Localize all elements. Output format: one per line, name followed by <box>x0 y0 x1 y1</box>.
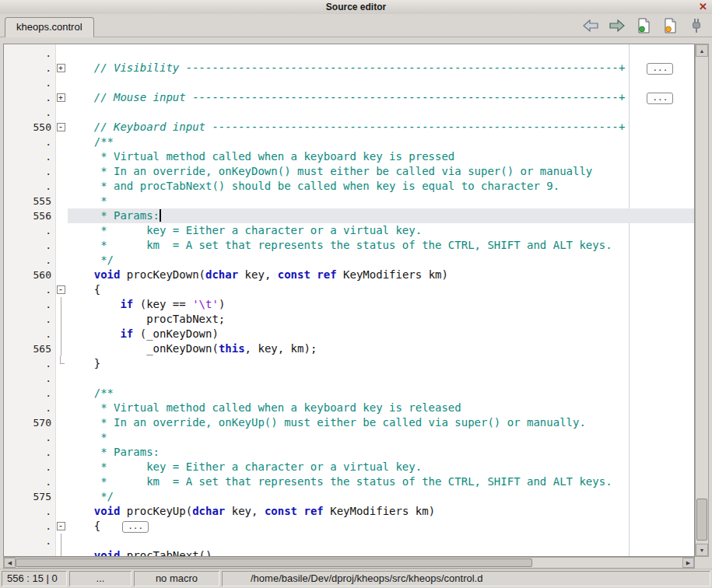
code-line[interactable]: . * key = Either a character or a virtua… <box>4 460 694 474</box>
window-title: Source editor <box>326 2 386 12</box>
code-line[interactable]: . * key = Either a character or a virtua… <box>4 223 694 238</box>
code-line[interactable]: . procTabNext; <box>4 312 694 327</box>
code-text: if (_onKeyDown) <box>68 327 694 341</box>
caret-position-panel: 556 : 15 | 0 <box>2 571 67 586</box>
scroll-down-button[interactable]: ▼ <box>696 544 708 556</box>
code-text: * In an override, onKeyUp() must either … <box>68 415 694 430</box>
code-line[interactable]: .+ // Visibility -----------------------… <box>4 61 694 75</box>
save-file-button[interactable] <box>634 16 653 35</box>
code-line[interactable]: 575 */ <box>4 489 694 504</box>
code-line[interactable]: . /** <box>4 135 694 149</box>
code-line[interactable]: .+ // Mouse input ----------------------… <box>4 90 694 105</box>
line-number: . <box>4 504 54 519</box>
line-number: . <box>4 327 54 341</box>
vertical-scrollbar-thumb[interactable] <box>696 499 707 541</box>
code-text <box>68 46 694 61</box>
fold-collapse-icon[interactable]: - <box>57 123 65 131</box>
detach-editor-button[interactable] <box>687 16 706 35</box>
fold-collapse-icon[interactable]: - <box>57 522 65 530</box>
fold-margin <box>54 208 68 223</box>
fold-expand-icon[interactable]: + <box>57 64 65 72</box>
code-line[interactable]: . /** <box>4 386 694 401</box>
scroll-up-button[interactable]: ▲ <box>696 44 708 57</box>
toolbar <box>581 14 706 37</box>
status-bar: 556 : 15 | 0 ... no macro /home/basile/D… <box>0 569 712 588</box>
code-line[interactable]: . * km = A set that represents the statu… <box>4 474 694 489</box>
line-number: 560 <box>4 268 54 282</box>
save-document-orange-icon <box>662 18 678 33</box>
fold-margin <box>54 460 68 474</box>
close-button[interactable]: ✕ <box>699 0 707 14</box>
fold-margin <box>54 179 68 194</box>
code-line[interactable]: . */ <box>4 253 694 268</box>
line-number: . <box>4 371 54 386</box>
code-line[interactable]: . void procKeyUp(dchar key, const ref Ke… <box>4 504 694 519</box>
code-text: void procKeyDown(dchar key, const ref Ke… <box>68 268 694 282</box>
file-path-panel: /home/basile/Dev/dproj/kheops/src/kheops… <box>222 571 710 586</box>
line-number: . <box>4 253 54 268</box>
code-line[interactable]: . * <box>4 430 694 445</box>
vertical-scrollbar[interactable]: ▲ ▼ <box>695 44 709 557</box>
navigate-forward-button[interactable] <box>608 16 626 35</box>
line-number: . <box>4 75 54 90</box>
code-line[interactable]: . if (_onKeyDown) <box>4 327 694 341</box>
collapsed-fold-indicator[interactable]: ... <box>122 521 149 533</box>
code-text: void procTabNext() <box>68 548 694 557</box>
code-line[interactable]: 556 * Params: <box>4 208 694 223</box>
code-line[interactable]: . * Virtual method called when a keyboar… <box>4 401 694 415</box>
code-line[interactable]: . * In an override, onKeyDown() must eit… <box>4 164 694 179</box>
code-line[interactable]: . <box>4 371 694 386</box>
close-icon: ✕ <box>699 1 707 12</box>
code-line[interactable]: . if (key == '\t') <box>4 297 694 312</box>
collapsed-fold-indicator[interactable]: ... <box>647 63 673 75</box>
code-editor[interactable]: ..+ // Visibility ----------------------… <box>3 44 695 557</box>
code-line[interactable]: . <box>4 105 694 120</box>
code-text: // Mouse input -------------------------… <box>68 90 694 105</box>
code-line[interactable]: 555 * <box>4 194 694 208</box>
forward-arrow-icon <box>609 19 626 33</box>
code-line[interactable]: .- { <box>4 282 694 297</box>
scroll-right-button[interactable]: ▶ <box>682 558 694 568</box>
code-text <box>68 534 694 548</box>
fold-margin <box>54 548 68 557</box>
tab-kheops-control[interactable]: kheops.control <box>5 17 94 37</box>
code-line[interactable]: 565 _onKeyDown(this, key, km); <box>4 341 694 356</box>
code-line[interactable]: 560 void procKeyDown(dchar key, const re… <box>4 268 694 282</box>
navigate-back-button[interactable] <box>581 16 600 35</box>
fold-collapse-icon[interactable]: - <box>57 285 65 294</box>
code-line[interactable]: 570 * In an override, onKeyUp() must eit… <box>4 415 694 430</box>
line-number: . <box>4 179 54 194</box>
scroll-left-button[interactable]: ◀ <box>4 558 16 568</box>
code-text: {... <box>68 519 694 534</box>
fold-margin <box>54 46 68 61</box>
status-dots-panel: ... <box>69 571 132 586</box>
code-line[interactable]: . * and procTabNext() should be called w… <box>4 179 694 194</box>
code-line[interactable]: . * Virtual method called when a keyboar… <box>4 149 694 164</box>
fold-margin <box>54 75 68 90</box>
fold-expand-icon[interactable]: + <box>57 93 65 102</box>
code-line[interactable]: .- {... <box>4 519 694 534</box>
code-line[interactable]: . } <box>4 356 694 371</box>
fold-margin: - <box>54 519 68 534</box>
line-number: . <box>4 356 54 371</box>
code-line[interactable]: 550- // Keyboard input -----------------… <box>4 120 694 135</box>
fold-margin <box>54 135 68 149</box>
code-line[interactable]: . <box>4 46 694 61</box>
code-area: ..+ // Visibility ----------------------… <box>4 46 694 557</box>
collapsed-fold-indicator[interactable]: ... <box>647 93 673 104</box>
code-text: * Params: <box>68 445 694 460</box>
line-number: . <box>4 401 54 415</box>
code-line[interactable]: . * Params: <box>4 445 694 460</box>
arrow-right-icon: ▶ <box>686 560 690 566</box>
arrow-left-icon: ◀ <box>8 560 12 566</box>
save-file-as-button[interactable] <box>661 16 679 35</box>
horizontal-scrollbar[interactable]: ◀ ▶ <box>3 557 695 569</box>
horizontal-scrollbar-thumb[interactable] <box>16 558 532 567</box>
fold-margin <box>54 534 68 548</box>
line-number: . <box>4 223 54 238</box>
code-line[interactable]: . <box>4 75 694 90</box>
code-line[interactable]: . * km = A set that represents the statu… <box>4 238 694 253</box>
code-line[interactable]: . <box>4 534 694 548</box>
code-line[interactable]: . void procTabNext() <box>4 548 694 557</box>
fold-margin <box>54 341 68 356</box>
